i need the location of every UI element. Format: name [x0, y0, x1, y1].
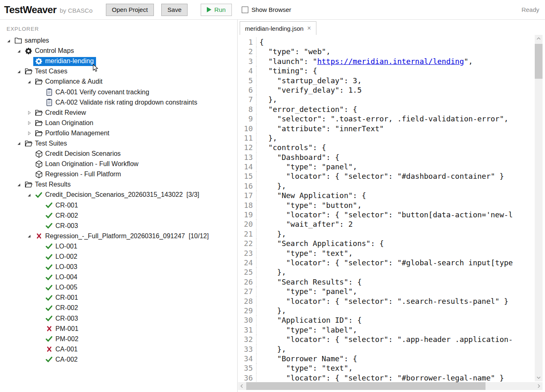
code-line[interactable]: 19 "locator": { "selector": "button[data…	[238, 210, 545, 219]
scroll-right-icon[interactable]	[536, 382, 542, 390]
code-text[interactable]: {	[256, 37, 264, 47]
show-browser-checkbox[interactable]	[242, 7, 248, 13]
code-line[interactable]: 13 "Dashboard": {	[238, 153, 545, 162]
code-text[interactable]: "selector": ".toast-error, .field-valida…	[256, 114, 508, 123]
code-text[interactable]: },	[256, 133, 277, 143]
save-button[interactable]: Save	[161, 4, 188, 16]
code-text[interactable]: "locator": { "selector": "#dashboard-con…	[256, 171, 504, 181]
triangle-collapsed-icon[interactable]	[25, 131, 33, 136]
tree-item[interactable]: Credit_Decision_Scenarios_20260315_14302…	[0, 190, 237, 200]
code-line[interactable]: 3 "launch": "https://meridian.internal/l…	[238, 57, 545, 66]
run-button[interactable]: Run	[201, 4, 232, 16]
code-line[interactable]: 33 },	[238, 344, 545, 354]
code-text[interactable]: "locator": { "selector": "#borrower-lega…	[256, 373, 504, 383]
code-text[interactable]: "locator": { "selector": ".search-result…	[256, 296, 508, 306]
tree-item[interactable]: CR-003	[0, 314, 237, 324]
tree-item[interactable]: LO-001	[0, 242, 237, 252]
open-project-button[interactable]: Open Project	[106, 4, 154, 16]
code-text[interactable]: "launch": "https://meridian.internal/len…	[256, 57, 473, 66]
code-line[interactable]: 26 "Search Results": {	[238, 277, 545, 287]
tree-item[interactable]: Loan Origination - Full Workflow	[0, 159, 237, 169]
vertical-scrollbar[interactable]	[535, 35, 543, 381]
triangle-expanded-icon[interactable]	[4, 39, 13, 43]
code-text[interactable]: },	[256, 95, 277, 104]
code-editor[interactable]: 1{2 "type": "web",3 "launch": "https://m…	[238, 35, 545, 392]
code-line[interactable]: 21 },	[238, 229, 545, 239]
code-line[interactable]: 18 "type": "button",	[238, 201, 545, 210]
code-text[interactable]: "locator": { "selector": ".app-header .a…	[256, 335, 513, 344]
show-browser-toggle[interactable]: Show Browser	[242, 6, 291, 13]
code-text[interactable]: "error_detection": {	[256, 105, 357, 114]
code-line[interactable]: 6 "verify_delay": 1.5	[238, 85, 545, 95]
tree-item[interactable]: Compliance & Audit	[0, 77, 237, 87]
code-line[interactable]: 17 "New Application": {	[238, 191, 545, 200]
code-line[interactable]: 34 "Borrower Name": {	[238, 354, 545, 363]
triangle-expanded-icon[interactable]	[25, 80, 33, 84]
triangle-collapsed-icon[interactable]	[25, 121, 33, 125]
code-line[interactable]: 24 "locator": { "selector": "#global-sea…	[238, 258, 545, 267]
code-line[interactable]: 1{	[238, 37, 545, 47]
code-line[interactable]: 2 "type": "web",	[238, 47, 545, 56]
tree-item[interactable]: LO-005	[0, 283, 237, 293]
tree-item[interactable]: PM-001	[0, 324, 237, 334]
code-text[interactable]: "Dashboard": {	[256, 153, 339, 162]
tree-item[interactable]: LO-002	[0, 252, 237, 262]
tree-item[interactable]: samples	[0, 36, 237, 46]
code-line[interactable]: 25 },	[238, 267, 545, 277]
tree-item[interactable]: Regression_-_Full_Platform_20260316_0912…	[0, 231, 237, 242]
code-text[interactable]: "type": "panel",	[256, 162, 357, 171]
code-line[interactable]: 35 "type": "text",	[238, 363, 545, 373]
code-text[interactable]: "locator": { "selector": "button[data-ac…	[256, 210, 513, 219]
vertical-scroll-thumb[interactable]	[535, 44, 543, 79]
tree-item[interactable]: meridian-lending	[0, 56, 237, 66]
code-line[interactable]: 20 "wait_after": 2	[238, 219, 545, 229]
tree-item[interactable]: Portfolio Management	[0, 128, 237, 139]
code-text[interactable]: "type": "web",	[256, 47, 330, 56]
tree-item[interactable]: CA-002	[0, 355, 237, 365]
code-text[interactable]: "type": "text",	[256, 363, 353, 373]
code-text[interactable]: },	[256, 306, 286, 315]
scroll-left-icon[interactable]	[238, 382, 245, 390]
code-text[interactable]: "Search Results": {	[256, 277, 362, 287]
triangle-expanded-icon[interactable]	[14, 69, 23, 74]
code-text[interactable]: "Search Applications": {	[256, 239, 384, 248]
code-line[interactable]: 16 },	[238, 181, 545, 191]
code-line[interactable]: 32 "locator": { "selector": ".app-header…	[238, 335, 545, 344]
tree-item[interactable]: PM-002	[0, 334, 237, 344]
scroll-down-icon[interactable]	[535, 374, 543, 381]
code-line[interactable]: 10 "attribute": "innerText"	[238, 124, 545, 133]
code-line[interactable]: 11 },	[238, 133, 545, 143]
tree-item[interactable]: CR-002	[0, 211, 237, 221]
code-line[interactable]: 27 "type": "panel",	[238, 287, 545, 296]
code-line[interactable]: 29 },	[238, 306, 545, 315]
horizontal-scroll-thumb[interactable]	[246, 382, 485, 390]
tree-item[interactable]: Regression - Full Platform	[0, 169, 237, 180]
code-text[interactable]: "locator": { "selector": "#global-search…	[256, 258, 513, 267]
tree-item[interactable]: LO-004	[0, 272, 237, 283]
code-text[interactable]: "attribute": "innerText"	[256, 124, 384, 133]
code-text[interactable]: "type": "button",	[256, 201, 362, 210]
code-line[interactable]: 31 "type": "label",	[238, 325, 545, 335]
tree-item[interactable]: CR-003	[0, 221, 237, 231]
code-text[interactable]: },	[256, 181, 286, 191]
code-line[interactable]: 30 "Application ID": {	[238, 315, 545, 325]
code-line[interactable]: 22 "Search Applications": {	[238, 239, 545, 248]
url-link[interactable]: https://meridian.internal/lending	[317, 57, 464, 66]
tree-item[interactable]: Test Cases	[0, 66, 237, 77]
code-line[interactable]: 36 "locator": { "selector": "#borrower-l…	[238, 373, 545, 383]
tree-item[interactable]: Test Suites	[0, 139, 237, 149]
code-text[interactable]: "Borrower Name": {	[256, 354, 357, 363]
tree-item[interactable]: CA-001 Verify covenant tracking	[0, 87, 237, 97]
code-text[interactable]: "timing": {	[256, 66, 317, 75]
triangle-collapsed-icon[interactable]	[25, 110, 33, 115]
triangle-expanded-icon[interactable]	[14, 182, 23, 187]
code-line[interactable]: 12 "controls": {	[238, 143, 545, 152]
triangle-expanded-icon[interactable]	[25, 193, 33, 198]
triangle-expanded-icon[interactable]	[14, 49, 23, 54]
code-line[interactable]: 23 "type": "text",	[238, 248, 545, 258]
code-line[interactable]: 15 "locator": { "selector": "#dashboard-…	[238, 171, 545, 181]
tab-meridian-lending-json[interactable]: meridian-lending.json ×	[240, 21, 316, 35]
code-text[interactable]: "type": "text",	[256, 248, 353, 258]
tree-item[interactable]: CR-002	[0, 303, 237, 313]
tree-item[interactable]: Test Results	[0, 180, 237, 190]
